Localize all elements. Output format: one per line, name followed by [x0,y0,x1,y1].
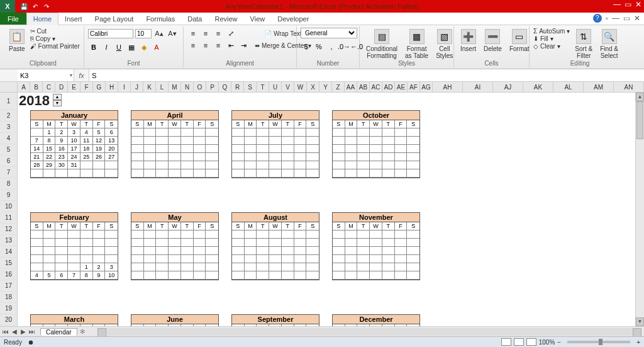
day-cell[interactable]: 4 [80,128,93,137]
col-header[interactable]: N [181,82,194,92]
day-cell[interactable] [144,263,157,271]
day-cell[interactable] [269,128,282,137]
day-cell[interactable] [93,161,106,169]
day-cell[interactable] [55,255,68,263]
day-cell[interactable] [68,247,80,255]
row-header[interactable]: 2 [0,110,18,122]
font-color-button[interactable]: A [151,42,162,53]
day-cell[interactable] [181,153,194,161]
day-cell[interactable]: 7 [31,137,43,145]
day-cell[interactable] [31,230,43,239]
currency-icon[interactable]: $ [301,41,312,52]
day-cell[interactable] [144,271,157,280]
day-cell[interactable] [345,153,358,161]
day-cell[interactable] [181,239,194,247]
day-cell[interactable] [257,137,269,145]
increase-font-icon[interactable]: A▴ [153,28,165,39]
zoom-slider[interactable] [567,341,630,343]
day-cell[interactable] [269,255,282,263]
day-cell[interactable] [169,239,181,247]
col-header[interactable]: W [294,82,307,92]
day-cell[interactable] [245,161,257,169]
col-header[interactable]: X [307,82,319,92]
day-cell[interactable] [395,263,408,271]
increase-indent-icon[interactable]: ⇥ [238,40,249,51]
day-cell[interactable] [294,169,307,178]
day-cell[interactable] [407,230,419,239]
day-cell[interactable]: 20 [105,145,118,153]
vertical-scrollbar[interactable]: ▲ ▼ [635,93,644,326]
col-header[interactable]: Y [319,82,332,92]
day-cell[interactable] [31,169,43,178]
day-cell[interactable] [269,247,282,255]
row-header[interactable]: 18 [0,292,18,303]
col-header[interactable]: Z [332,82,345,92]
day-cell[interactable] [194,137,206,145]
day-cell[interactable] [333,230,345,239]
day-cell[interactable] [105,255,118,263]
day-cell[interactable] [333,128,345,137]
day-cell[interactable] [382,230,395,239]
day-cell[interactable] [407,145,419,153]
row-header[interactable]: 19 [0,303,18,314]
day-cell[interactable] [407,169,419,178]
day-cell[interactable] [206,137,218,145]
day-cell[interactable] [257,247,269,255]
day-cell[interactable]: 30 [55,161,68,169]
day-cell[interactable] [357,145,370,153]
cut-button[interactable]: ✂Cut [30,28,80,35]
day-cell[interactable]: 6 [105,128,118,137]
tab-formulas[interactable]: Formulas [140,13,181,25]
day-cell[interactable] [370,145,382,153]
tab-nav-next[interactable]: ▶ [19,328,28,335]
day-cell[interactable] [382,153,395,161]
spinner-up[interactable]: ▲ [53,94,62,100]
redo-icon[interactable]: ↷ [42,1,52,11]
day-cell[interactable]: 8 [43,137,56,145]
day-cell[interactable] [306,230,319,239]
day-cell[interactable] [282,263,294,271]
day-cell[interactable] [131,239,144,247]
col-header[interactable]: AJ [493,82,523,92]
col-header[interactable]: D [55,82,68,92]
format-painter-button[interactable]: 🖌Format Painter [30,43,80,50]
day-cell[interactable] [382,137,395,145]
number-format-select[interactable]: General [301,28,357,38]
day-cell[interactable] [306,161,319,169]
row-header[interactable]: 3 [0,122,18,133]
day-cell[interactable] [333,271,345,280]
day-cell[interactable] [282,161,294,169]
align-bottom-icon[interactable]: ≡ [213,28,224,39]
fill-button[interactable]: ⬇ Fill ▾ [533,35,570,42]
day-cell[interactable] [357,153,370,161]
day-cell[interactable]: 8 [80,271,93,280]
day-cell[interactable] [245,230,257,239]
col-header[interactable]: K [143,82,156,92]
align-left-icon[interactable]: ≡ [187,40,199,51]
day-cell[interactable] [357,247,370,255]
tab-nav-prev[interactable]: ◀ [10,328,19,335]
day-cell[interactable] [382,263,395,271]
day-cell[interactable] [257,239,269,247]
day-cell[interactable] [345,271,358,280]
day-cell[interactable] [395,230,408,239]
day-cell[interactable] [232,161,245,169]
col-header[interactable]: O [194,82,206,92]
day-cell[interactable] [144,239,157,247]
col-header[interactable]: T [257,82,269,92]
col-header[interactable]: S [244,82,257,92]
align-middle-icon[interactable]: ≡ [200,28,211,39]
day-cell[interactable] [131,255,144,263]
col-header[interactable]: B [30,82,43,92]
day-cell[interactable] [181,128,194,137]
delete-cells-button[interactable]: ➖Delete [481,28,504,54]
day-cell[interactable] [357,230,370,239]
day-cell[interactable] [169,230,181,239]
day-cell[interactable] [257,128,269,137]
day-cell[interactable] [105,161,118,169]
day-cell[interactable] [395,153,408,161]
day-cell[interactable] [105,169,118,178]
day-cell[interactable] [169,128,181,137]
day-cell[interactable] [181,263,194,271]
day-cell[interactable] [181,145,194,153]
